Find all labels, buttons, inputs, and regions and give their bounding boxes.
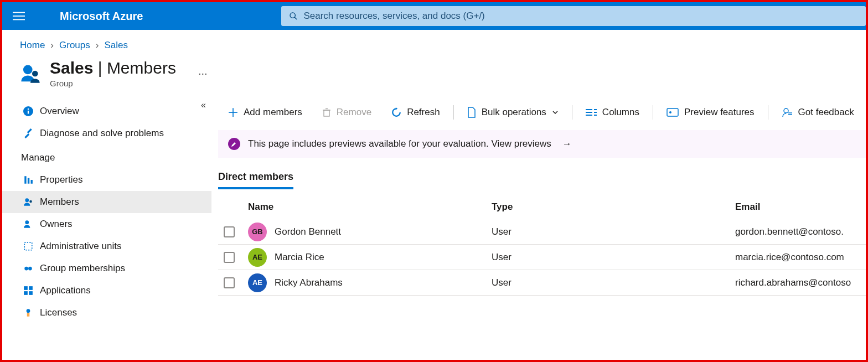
global-search[interactable]: Search resources, services, and docs (G+… <box>281 6 866 26</box>
collapse-sidebar-button[interactable]: « <box>201 100 206 110</box>
hamburger-icon <box>13 10 25 22</box>
got-feedback-button[interactable]: Got feedback <box>772 100 864 125</box>
document-icon <box>467 107 476 118</box>
breadcrumb-groups[interactable]: Groups <box>59 40 90 51</box>
preview-icon <box>666 108 679 117</box>
button-label: Preview features <box>684 107 755 118</box>
column-header-type[interactable]: Type <box>492 201 735 213</box>
trash-icon <box>322 107 331 117</box>
main-panel: Add members Remove Refresh Bulk operatio… <box>211 100 866 360</box>
sidebar-item-label: Administrative units <box>40 241 121 252</box>
rocket-icon <box>228 138 240 150</box>
member-name: Gordon Bennett <box>275 226 341 237</box>
more-actions-button[interactable]: ··· <box>198 67 208 80</box>
svg-rect-19 <box>24 286 28 290</box>
member-email: richard.abrahams@contoso <box>735 277 866 288</box>
properties-icon <box>23 175 33 185</box>
columns-button[interactable]: Columns <box>576 100 649 125</box>
add-members-button[interactable]: Add members <box>218 100 312 125</box>
wrench-icon <box>23 128 33 138</box>
member-type: User <box>492 226 735 237</box>
svg-rect-0 <box>13 12 25 13</box>
svg-rect-1 <box>13 15 25 17</box>
sidebar-item-group-memberships[interactable]: Group memberships <box>2 257 211 280</box>
svg-rect-10 <box>24 176 26 184</box>
group-memberships-icon <box>23 263 33 273</box>
refresh-icon <box>391 107 401 117</box>
preview-banner[interactable]: This page includes previews available fo… <box>218 130 866 158</box>
svg-rect-20 <box>29 286 33 290</box>
breadcrumb: Home › Groups › Sales <box>2 30 866 56</box>
svg-rect-11 <box>28 178 29 184</box>
feedback-icon <box>782 107 793 117</box>
member-email: gordon.bennett@contoso. <box>735 226 866 237</box>
toolbar-separator <box>572 105 572 120</box>
button-label: Add members <box>244 107 302 118</box>
members-tabs: Direct members <box>218 171 866 189</box>
avatar: AE <box>248 248 267 267</box>
svg-point-18 <box>28 267 32 271</box>
svg-point-3 <box>290 13 295 18</box>
svg-rect-27 <box>324 110 329 116</box>
svg-rect-9 <box>28 108 29 110</box>
columns-icon <box>586 108 597 116</box>
svg-point-23 <box>27 309 30 313</box>
button-label: Got feedback <box>798 107 854 118</box>
svg-point-37 <box>669 111 671 113</box>
preview-features-button[interactable]: Preview features <box>657 100 764 125</box>
remove-button: Remove <box>312 100 381 125</box>
sidebar-item-admin-units[interactable]: Administrative units <box>2 235 211 257</box>
owners-icon <box>23 219 33 229</box>
sidebar-item-label: Members <box>40 196 79 208</box>
search-placeholder: Search resources, services, and docs (G+… <box>303 11 484 22</box>
svg-point-6 <box>32 70 38 76</box>
command-bar: Add members Remove Refresh Bulk operatio… <box>218 100 866 125</box>
svg-rect-16 <box>24 242 32 250</box>
button-label: Refresh <box>407 107 440 118</box>
applications-icon <box>23 286 33 296</box>
brand-label: Microsoft Azure <box>60 10 143 23</box>
column-header-email[interactable]: Email <box>735 201 866 213</box>
member-email: marcia.rice@contoso.com <box>735 252 866 263</box>
row-checkbox[interactable] <box>224 277 235 288</box>
breadcrumb-home[interactable]: Home <box>20 40 45 51</box>
member-type: User <box>492 277 735 288</box>
sidebar-item-licenses[interactable]: Licenses <box>2 302 211 324</box>
sidebar-item-label: Owners <box>40 219 73 230</box>
member-name: Ricky Abrahams <box>275 277 343 288</box>
row-checkbox[interactable] <box>224 252 235 263</box>
sidebar-item-owners[interactable]: Owners <box>2 213 211 235</box>
column-header-name[interactable]: Name <box>248 201 492 213</box>
page-subtitle: Group <box>50 79 176 88</box>
banner-text: This page includes previews available fo… <box>248 138 551 149</box>
svg-rect-24 <box>27 313 30 317</box>
refresh-button[interactable]: Refresh <box>381 100 450 125</box>
group-icon <box>20 63 41 84</box>
sidebar-item-label: Diagnose and solve problems <box>40 128 164 139</box>
sidebar-item-overview[interactable]: Overview <box>2 100 211 122</box>
table-row[interactable]: GBGordon BennettUsergordon.bennett@conto… <box>218 219 866 245</box>
svg-point-17 <box>24 267 28 271</box>
members-grid: Name Type Email GBGordon BennettUsergord… <box>218 201 866 296</box>
admin-units-icon <box>23 241 33 251</box>
sidebar-item-members[interactable]: Members <box>2 191 211 213</box>
hamburger-menu-button[interactable] <box>6 3 32 29</box>
breadcrumb-separator-icon: › <box>50 40 54 51</box>
sidebar-item-label: Properties <box>40 174 82 185</box>
toolbar-separator <box>453 105 454 120</box>
row-checkbox[interactable] <box>224 226 235 237</box>
sidebar: « Overview Diagnose and solve problems M… <box>2 100 211 360</box>
bulk-operations-button[interactable]: Bulk operations <box>457 100 569 125</box>
table-row[interactable]: AERicky AbrahamsUserrichard.abrahams@con… <box>218 270 866 296</box>
sidebar-item-properties[interactable]: Properties <box>2 169 211 191</box>
chevron-down-icon <box>552 109 559 116</box>
plus-icon <box>228 107 238 117</box>
button-label: Remove <box>337 107 371 118</box>
info-icon <box>23 106 33 116</box>
tab-direct-members[interactable]: Direct members <box>218 171 293 189</box>
svg-rect-36 <box>667 108 678 116</box>
sidebar-item-diagnose[interactable]: Diagnose and solve problems <box>2 122 211 144</box>
sidebar-item-applications[interactable]: Applications <box>2 280 211 302</box>
table-row[interactable]: AEMarcia RiceUsermarcia.rice@contoso.com <box>218 245 866 270</box>
breadcrumb-current[interactable]: Sales <box>104 40 128 51</box>
